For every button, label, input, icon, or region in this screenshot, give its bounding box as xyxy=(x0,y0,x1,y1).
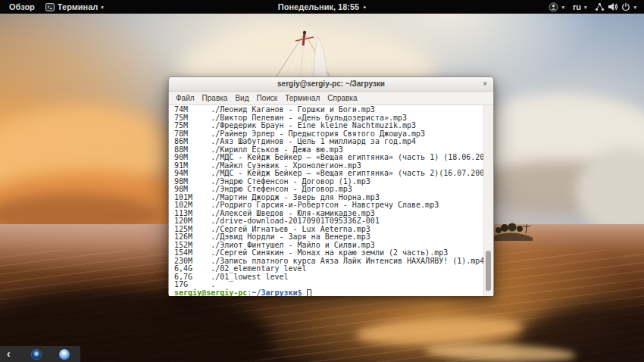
window-title: sergiy@sergiy-pc: ~/Загрузки xyxy=(277,80,385,88)
terminal-cursor xyxy=(307,289,311,297)
file-name: ./Запись платного курса Аяза Лайк Интенс… xyxy=(211,257,484,265)
dock-app-icon-2[interactable] xyxy=(59,349,70,360)
file-size: 74M xyxy=(174,106,211,114)
window-titlebar[interactable]: sergiy@sergiy-pc: ~/Загрузки × xyxy=(169,77,493,92)
panel-collapse-arrow-icon[interactable]: ‹ xyxy=(7,347,11,361)
menu-item[interactable]: Терминал xyxy=(281,92,324,105)
bottom-panel: ‹ xyxy=(0,346,80,362)
activities-button[interactable]: Обзор xyxy=(9,0,35,14)
prompt-path: ~/Загрузки xyxy=(252,289,297,297)
file-name: ./Мартин Джордж - Зверь для Норна.mp3 xyxy=(211,193,380,201)
dock-app-icon-1[interactable] xyxy=(31,349,42,360)
activities-label: Обзор xyxy=(9,2,35,11)
sailboat-mast xyxy=(258,20,364,77)
file-name: ./drive-download-20170901T095336Z-001 xyxy=(211,217,380,225)
file-name: ./01_lowest level xyxy=(211,273,288,281)
file-size: 154M xyxy=(174,249,211,257)
clock-button[interactable]: Понедельник, 18:55 xyxy=(278,0,366,14)
volume-icon xyxy=(608,2,618,11)
terminal-output-line: 6,7G./01_lowest level xyxy=(174,273,481,282)
keyboard-layout-label: ru xyxy=(573,2,581,11)
notification-dot-icon xyxy=(364,6,366,8)
file-name: ./Эндрю Стефенсон - Договор.mp3 xyxy=(211,185,352,193)
file-name: ./МДС - Кейдж Бейкер – «Вещая египтянка»… xyxy=(211,153,493,161)
app-menu[interactable]: Терминал ▾ xyxy=(45,0,104,14)
terminal-scrollbar[interactable] xyxy=(483,105,493,296)
menu-item[interactable]: Файл xyxy=(172,92,199,105)
scrollbar-thumb[interactable] xyxy=(486,251,491,291)
file-name: ./Майкл Суэнвик - Хронолегион.mp3 xyxy=(211,161,361,170)
menu-item[interactable]: Справка xyxy=(324,92,361,105)
file-size: 98M xyxy=(174,186,211,194)
close-button[interactable]: × xyxy=(483,77,487,91)
menu-item[interactable]: Поиск xyxy=(252,92,281,105)
file-size: 75M xyxy=(174,122,211,130)
file-name: ./Эндрю Стефенсон - Договор (1).mp3 xyxy=(211,177,370,186)
prompt-user-host: sergiy@sergiy-pc xyxy=(174,289,247,297)
file-name: ./МДС - Кейдж Бейкер – «Вещая египтянка»… xyxy=(211,169,493,177)
file-name: ./Сергей Игнатьев - Lux Aeterna.mp3 xyxy=(211,225,370,233)
menu-item[interactable]: Правка xyxy=(199,92,232,105)
file-size: 6,4G xyxy=(174,265,211,273)
power-icon xyxy=(621,2,630,11)
app-menu-label: Терминал xyxy=(58,2,98,11)
terminal-app-icon xyxy=(45,3,55,11)
system-status-menu[interactable]: ▾ xyxy=(595,0,636,14)
file-name: ./Аяз Шабутдинов - Цель 1 миллиард за го… xyxy=(211,137,416,145)
prompt-dollar: $ xyxy=(298,289,302,297)
tray-app-icon xyxy=(549,2,558,12)
file-name: ./Родриго Гарсия-и-Робертсон - Навстречу… xyxy=(211,201,439,209)
terminal-window: sergiy@sergiy-pc: ~/Загрузки × Файл Прав… xyxy=(168,76,494,295)
file-name: ./Кирилл Еськов - Дежа вю.mp3 xyxy=(211,145,343,154)
file-name: ./Леонид Каганов - Горшки и Боги.mp3 xyxy=(211,105,375,114)
file-size: 90M xyxy=(174,154,211,162)
file-name: . xyxy=(211,280,215,289)
gnome-top-bar: Обзор Терминал ▾ Понедельник, 18:55 ▾ ru xyxy=(0,0,644,14)
island-silhouette xyxy=(489,221,534,241)
file-size: 102M xyxy=(174,201,211,210)
file-name: ./Дэвид Нордли - Заря на Венере.mp3 xyxy=(211,232,370,241)
clock-label: Понедельник, 18:55 xyxy=(278,2,359,11)
file-name: ./Фредерик Браун - Eine kleine Nachtmuzi… xyxy=(211,121,416,130)
file-size: 86M xyxy=(174,138,211,146)
keyboard-layout-menu[interactable]: ru ▾ xyxy=(573,0,587,14)
chevron-down-icon: ▾ xyxy=(633,5,636,10)
terminal-menubar: Файл Правка Вид Поиск Терминал Справка xyxy=(169,92,493,105)
terminal-screen[interactable]: 74M./Леонид Каганов - Горшки и Боги.mp3 … xyxy=(169,105,493,296)
file-name: ./Элиот Финтушел - Майло и Силви.mp3 xyxy=(211,241,375,249)
file-size: 126M xyxy=(174,233,211,242)
terminal-output: 74M./Леонид Каганов - Горшки и Боги.mp3 … xyxy=(174,106,481,289)
shell-prompt-line: sergiy@sergiy-pc:~/Загрузки$ xyxy=(174,289,481,297)
file-size: 94M xyxy=(174,170,211,178)
chevron-down-icon: ▾ xyxy=(584,5,587,10)
tray-app-indicator[interactable]: ▾ xyxy=(549,0,564,14)
file-name: ./Райнер Эрлер - Предыстория Святого Джо… xyxy=(211,130,425,138)
file-name: ./Алексей Шведов - Юля-камикадзе.mp3 xyxy=(211,209,375,217)
file-name: ./02_elementary level xyxy=(211,264,306,273)
file-name: ./Сергей Синякин - Монах на краю земли (… xyxy=(211,248,448,257)
menu-item[interactable]: Вид xyxy=(231,92,252,105)
chevron-down-icon: ▾ xyxy=(101,5,104,10)
network-icon xyxy=(595,2,605,11)
file-name: ./Виктор Пелевин - «День бульдозериста».… xyxy=(211,114,407,122)
chevron-down-icon: ▾ xyxy=(561,5,564,10)
file-size: 120M xyxy=(174,217,211,226)
